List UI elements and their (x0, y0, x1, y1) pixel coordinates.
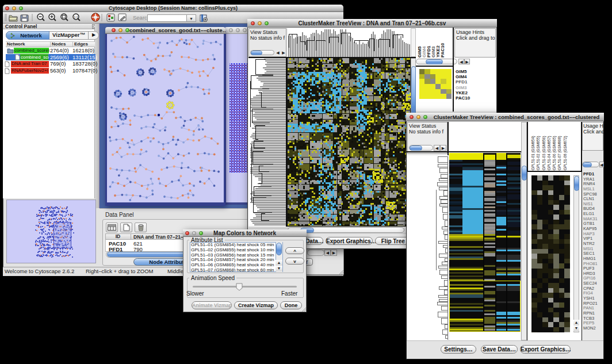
svg-text:GPL51-02 (GSM855): GPL51-02 (GSM855) (536, 136, 541, 171)
svg-text:GPL51-08 (GSM872): GPL51-08 (GSM872) (563, 136, 568, 171)
svg-text:GPL51-07 (GSM868): GPL51-07 (GSM868) (557, 136, 562, 171)
svg-text:GPL51-04 (GSM857): GPL51-04 (GSM857) (547, 136, 552, 171)
svg-text:GPL51-01 (GSM854): GPL51-01 (GSM854) (531, 136, 536, 171)
svg-text:1:1: 1:1 (74, 16, 78, 19)
svg-text:GPL51-03 (GSM856): GPL51-03 (GSM856) (542, 136, 546, 171)
svg-text:GPL51-06 (GSM865): GPL51-06 (GSM865) (552, 136, 557, 171)
